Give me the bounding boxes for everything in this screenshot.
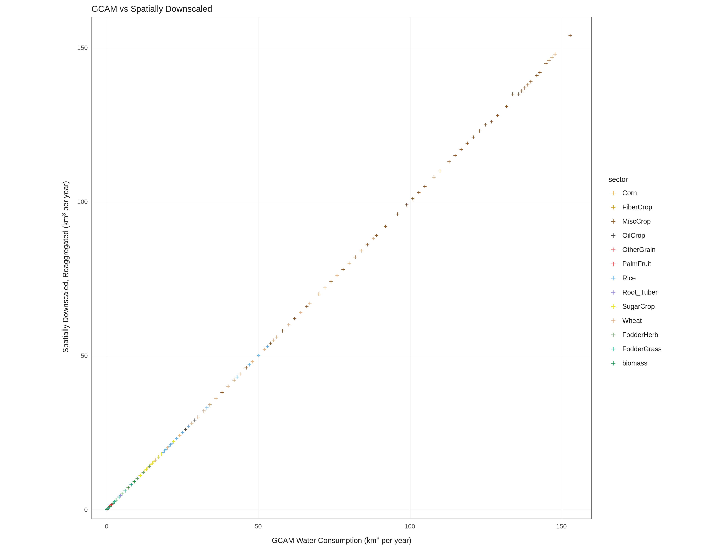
data-point-marker — [172, 440, 175, 443]
y-tick-label: 100 — [62, 198, 88, 205]
legend-key-icon — [609, 288, 618, 297]
gridline-v — [259, 17, 259, 519]
data-point-marker — [220, 391, 224, 394]
data-point-marker — [568, 34, 572, 37]
data-point-marker — [466, 142, 469, 145]
x-tick-label: 0 — [105, 523, 108, 530]
data-point-marker — [239, 372, 242, 376]
data-point-marker — [405, 203, 408, 206]
data-point-marker — [348, 262, 351, 265]
data-point-marker — [245, 366, 248, 370]
data-point-marker — [360, 249, 363, 253]
data-point-marker — [523, 86, 526, 90]
legend-label: Corn — [622, 189, 637, 197]
data-point-marker — [151, 461, 154, 465]
data-point-marker — [232, 378, 236, 382]
legend-key-icon — [609, 245, 618, 254]
data-point-marker — [208, 403, 212, 406]
gridline-h — [92, 510, 591, 510]
data-point-marker — [299, 311, 302, 314]
legend-title: sector — [609, 175, 662, 183]
data-point-marker — [202, 409, 206, 413]
data-point-marker — [257, 354, 260, 357]
data-point-marker — [226, 385, 230, 388]
y-axis-label-text: Spatially Downscaled, Reaggregated (km3 … — [61, 181, 70, 353]
legend-label: FodderGrass — [622, 345, 662, 353]
data-point-marker — [293, 317, 296, 320]
data-point-marker — [611, 290, 615, 295]
data-point-marker — [184, 428, 187, 431]
data-point-marker — [460, 148, 463, 151]
data-point-marker — [520, 89, 523, 93]
data-point-marker — [130, 483, 133, 486]
data-point-marker — [119, 494, 122, 497]
x-tick-label: 150 — [556, 523, 567, 530]
legend-key-icon — [609, 330, 618, 340]
legend-label: Wheat — [622, 317, 642, 325]
data-point-marker — [526, 83, 529, 87]
data-point-marker — [111, 502, 115, 505]
data-point-marker — [108, 505, 112, 508]
data-point-marker — [411, 197, 414, 200]
data-point-marker — [317, 292, 321, 296]
data-point-marker — [166, 446, 169, 449]
legend-label: OtherGrain — [622, 246, 656, 254]
data-point-marker — [170, 441, 174, 445]
data-point-marker — [354, 255, 357, 259]
data-point-marker — [611, 318, 615, 323]
data-point-marker — [178, 434, 181, 437]
data-point-marker — [154, 458, 157, 462]
data-point-marker — [157, 455, 160, 459]
legend-item: FodderGrass — [609, 344, 662, 354]
gridline-v — [107, 17, 107, 519]
data-point-marker — [611, 219, 615, 224]
legend-item: Wheat — [609, 316, 662, 325]
data-point-marker — [149, 463, 153, 466]
legend-key-icon — [609, 259, 618, 269]
data-point-marker — [423, 185, 427, 188]
data-point-marker — [611, 276, 615, 280]
data-point-marker — [329, 280, 333, 283]
data-point-marker — [529, 80, 533, 83]
data-point-marker — [235, 375, 239, 379]
gridline-h — [92, 356, 591, 356]
data-point-marker — [136, 477, 139, 480]
data-point-marker — [335, 274, 339, 277]
y-axis-title: Spatially Downscaled, Reaggregated (km3 … — [61, 181, 70, 353]
data-point-marker — [269, 342, 272, 345]
data-point-marker — [272, 338, 275, 342]
x-axis-label-text: GCAM Water Consumption (km3 per year) — [272, 536, 411, 545]
data-point-marker — [611, 248, 615, 252]
data-point-marker — [438, 169, 442, 173]
legend-item: PalmFruit — [609, 259, 662, 269]
data-point-marker — [453, 154, 457, 157]
data-point-marker — [611, 333, 615, 337]
data-point-marker — [175, 437, 178, 440]
chart-title: GCAM vs Spatially Downscaled — [91, 4, 212, 14]
data-point-marker — [490, 120, 493, 123]
data-point-marker — [372, 237, 375, 240]
data-point-marker — [266, 345, 269, 348]
data-point-marker — [248, 363, 251, 366]
data-point-marker — [544, 62, 548, 65]
data-point-marker — [127, 486, 130, 489]
legend-label: FiberCrop — [622, 203, 652, 211]
gridline-h — [92, 202, 591, 202]
data-point-marker — [133, 480, 136, 483]
data-point-marker — [275, 335, 278, 339]
legend: sector CornFiberCropMiscCropOilCropOther… — [609, 175, 662, 373]
data-point-marker — [193, 419, 196, 422]
legend-item: Rice — [609, 273, 662, 283]
data-point-marker — [611, 361, 615, 365]
legend-item: FiberCrop — [609, 203, 662, 212]
data-point-marker — [517, 92, 520, 96]
data-point-marker — [281, 329, 284, 333]
data-point-marker — [611, 191, 615, 195]
legend-label: MiscCrop — [622, 217, 651, 225]
data-point-marker — [323, 286, 327, 290]
legend-key-icon — [609, 217, 618, 226]
legend-key-icon — [609, 203, 618, 212]
data-point-marker — [384, 225, 387, 228]
data-point-marker — [611, 233, 615, 238]
data-point-marker — [152, 460, 155, 463]
